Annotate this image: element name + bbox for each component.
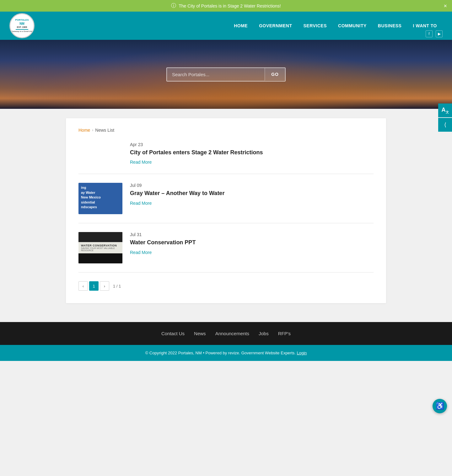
- pagination-prev-button[interactable]: ‹: [78, 281, 88, 291]
- logo-est: EST. 1909: [12, 26, 33, 29]
- share-tool[interactable]: ⟨: [438, 118, 452, 132]
- news-item: ing ay Water New Mexico sidential ndscap…: [78, 174, 374, 223]
- thumb-subtitle: SAVING YOUR MOST VALUABLE RESOURCE: [81, 247, 120, 251]
- translate-tool[interactable]: A文: [438, 103, 452, 117]
- nav-business[interactable]: BUSINESS: [372, 12, 407, 40]
- footer-nav-announcements[interactable]: Announcements: [215, 331, 249, 336]
- pagination-page-1-button[interactable]: 1: [89, 281, 99, 291]
- youtube-icon[interactable]: ▶: [436, 30, 443, 37]
- nav-community[interactable]: COMMUNITY: [332, 12, 372, 40]
- news-date: Apr 23: [130, 142, 374, 147]
- nav-home[interactable]: HOME: [228, 12, 253, 40]
- footer-nav-jobs[interactable]: Jobs: [259, 331, 269, 336]
- share-icon: ⟨: [444, 121, 446, 128]
- nav-government[interactable]: GOVERNMENT: [253, 12, 298, 40]
- side-tools: A文 ⟨: [438, 103, 452, 132]
- hero-banner: GO: [0, 40, 452, 109]
- news-date: Jul 09: [130, 183, 374, 188]
- search-button[interactable]: GO: [265, 68, 285, 81]
- pagination-next-button[interactable]: ›: [100, 281, 109, 291]
- footer-nav-news[interactable]: News: [194, 331, 206, 336]
- news-content: Jul 31 Water Conservation PPT Read More: [130, 232, 374, 263]
- footer-nav-rfps[interactable]: RFP's: [278, 331, 291, 336]
- news-read-more-link[interactable]: Read More: [130, 160, 152, 165]
- alert-close-button[interactable]: ×: [444, 3, 447, 9]
- thumb-title: WATER CONSERVATION: [81, 244, 120, 247]
- pagination-info: 1 / 1: [113, 284, 121, 288]
- footer-nav-contact-us[interactable]: Contact Us: [161, 331, 185, 336]
- news-thumbnail: ing ay Water New Mexico sidential ndscap…: [78, 183, 122, 214]
- pagination: ‹ 1 › 1 / 1: [78, 272, 374, 291]
- thumbnail-image: WATER CONSERVATION SAVING YOUR MOST VALU…: [78, 232, 122, 263]
- logo-city: PORTALES: [12, 19, 33, 22]
- main-nav: HOME GOVERNMENT SERVICES COMMUNITY BUSIN…: [228, 12, 443, 40]
- footer-copyright: © Copyright 2022 Portales, NM: [145, 351, 202, 355]
- alert-icon: ⓘ: [171, 3, 176, 9]
- nav-services[interactable]: SERVICES: [298, 12, 332, 40]
- search-box: GO: [166, 67, 286, 82]
- translate-icon: A文: [442, 107, 449, 114]
- breadcrumb-separator: ›: [92, 128, 93, 132]
- facebook-icon[interactable]: f: [426, 30, 433, 37]
- logo-nm: NM: [12, 22, 33, 26]
- main-wrapper: Home › News List Apr 23 City of Portales…: [60, 109, 392, 322]
- alert-text: The City of Portales is in Stage 2 Water…: [179, 3, 281, 8]
- site-header: PORTALES NM EST. 1909 Gateway to a Good …: [0, 12, 452, 40]
- footer-login-link[interactable]: Login: [297, 351, 307, 355]
- news-content: Apr 23 City of Portales enters Stage 2 W…: [130, 142, 374, 165]
- footer-separator: •: [203, 351, 205, 355]
- news-date: Jul 31: [130, 232, 374, 237]
- news-content: Jul 09 Gray Water – Another Way to Water…: [130, 183, 374, 214]
- breadcrumb-current: News List: [95, 128, 114, 133]
- news-read-more-link[interactable]: Read More: [130, 250, 152, 255]
- news-title: Gray Water – Another Way to Water: [130, 190, 374, 197]
- news-title: Water Conservation PPT: [130, 239, 374, 246]
- thumbnail-image: ing ay Water New Mexico sidential ndscap…: [78, 183, 122, 214]
- footer-bottom: © Copyright 2022 Portales, NM • Powered …: [0, 345, 452, 361]
- site-logo[interactable]: PORTALES NM EST. 1909 Gateway to a Good …: [9, 13, 35, 38]
- news-read-more-link[interactable]: Read More: [130, 201, 152, 206]
- alert-bar: ⓘ The City of Portales is in Stage 2 Wat…: [0, 0, 452, 12]
- content-card: Home › News List Apr 23 City of Portales…: [66, 118, 386, 303]
- news-thumbnail: WATER CONSERVATION SAVING YOUR MOST VALU…: [78, 232, 122, 263]
- social-icons-group: f ▶: [426, 30, 443, 37]
- news-item: Apr 23 City of Portales enters Stage 2 W…: [78, 142, 374, 174]
- logo-tagline: Gateway to a Good Life: [12, 30, 33, 33]
- footer-nav: Contact Us News Announcements Jobs RFP's: [0, 322, 452, 345]
- news-title: City of Portales enters Stage 2 Water Re…: [130, 149, 374, 156]
- news-list: Apr 23 City of Portales enters Stage 2 W…: [78, 142, 374, 272]
- breadcrumb: Home › News List: [78, 128, 374, 133]
- logo-area[interactable]: PORTALES NM EST. 1909 Gateway to a Good …: [9, 13, 35, 38]
- news-no-thumbnail: [78, 142, 122, 165]
- search-input[interactable]: [167, 68, 265, 81]
- footer-powered-by: Powered by revize. Government Website Ex…: [206, 351, 296, 355]
- news-item: WATER CONSERVATION SAVING YOUR MOST VALU…: [78, 223, 374, 272]
- breadcrumb-home-link[interactable]: Home: [78, 128, 90, 133]
